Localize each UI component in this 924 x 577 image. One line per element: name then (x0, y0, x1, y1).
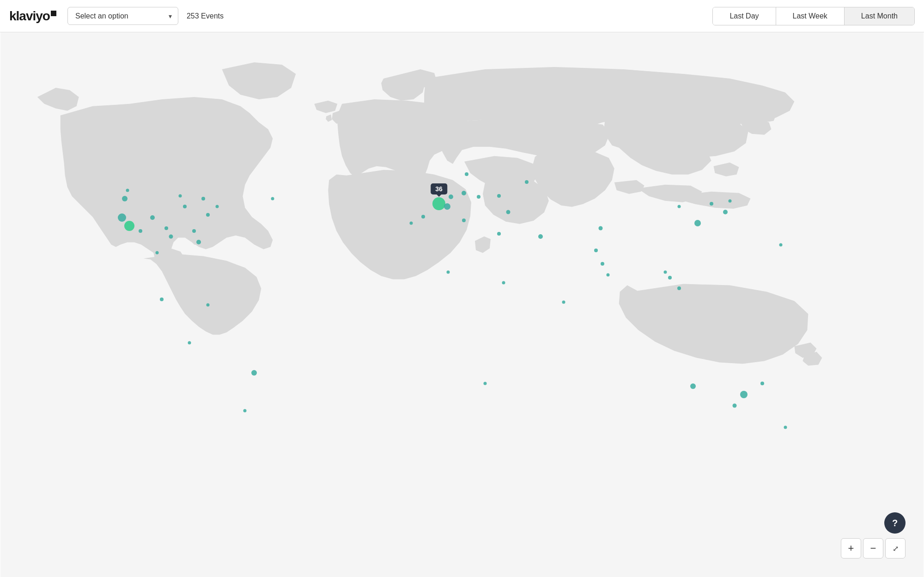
expand-button[interactable]: ⤢ (885, 538, 906, 559)
map-bubble[interactable] (710, 202, 713, 206)
map-bubble[interactable] (432, 197, 445, 210)
map-bubble[interactable] (216, 205, 219, 208)
event-select-wrapper: Select an option ▾ (67, 7, 178, 25)
map-bubble[interactable] (462, 191, 466, 195)
map-bubble[interactable] (677, 286, 681, 290)
map-bubble[interactable] (169, 235, 173, 239)
map-container[interactable]: 36 ? + − ⤢ (0, 32, 924, 577)
map-controls: ? + − ⤢ (841, 512, 906, 559)
map-bubble[interactable] (124, 221, 134, 231)
map-bubble[interactable] (462, 219, 466, 222)
time-filter-group: Last Day Last Week Last Month (712, 7, 915, 25)
last-month-button[interactable]: Last Month (845, 7, 914, 25)
map-bubble[interactable] (271, 197, 274, 200)
map-bubble[interactable] (206, 213, 210, 217)
map-bubble[interactable] (784, 425, 787, 429)
map-bubble[interactable] (740, 391, 748, 398)
map-bubble[interactable] (607, 273, 610, 276)
map-bubble[interactable] (668, 276, 672, 279)
logo: klaviyo (9, 9, 56, 24)
logo-square-icon (51, 11, 56, 16)
map-bubble[interactable] (410, 221, 413, 225)
logo-text: klaviyo (9, 9, 50, 24)
map-bubble[interactable] (126, 188, 129, 192)
map-bubble[interactable] (243, 409, 247, 413)
events-count: 253 Events (187, 12, 224, 20)
map-bubble[interactable] (179, 194, 182, 197)
map-bubble[interactable] (723, 210, 728, 214)
map-bubble[interactable] (122, 196, 128, 201)
map-bubble[interactable] (694, 220, 701, 226)
map-bubble[interactable] (562, 300, 565, 304)
map-bubble[interactable] (497, 232, 501, 236)
map-bubble[interactable] (506, 210, 511, 214)
map-bubble[interactable] (484, 382, 487, 385)
zoom-out-button[interactable]: − (863, 538, 883, 559)
map-bubble[interactable] (118, 213, 126, 222)
map-bubble[interactable] (150, 215, 155, 220)
map-bubble[interactable] (192, 229, 196, 233)
map-bubble[interactable] (664, 270, 667, 273)
map-bubble[interactable] (421, 215, 425, 219)
map-bubble[interactable] (196, 240, 201, 244)
zoom-in-button[interactable]: + (841, 538, 861, 559)
last-day-button[interactable]: Last Day (713, 7, 776, 25)
map-bubble[interactable] (477, 195, 480, 199)
map-bubble[interactable] (164, 226, 168, 230)
map-bubble[interactable] (449, 194, 453, 199)
map-bubble[interactable] (188, 341, 191, 345)
map-bubble[interactable] (502, 281, 505, 285)
map-bubble[interactable] (678, 205, 681, 208)
map-bubble[interactable] (594, 249, 598, 252)
zoom-controls: + − ⤢ (841, 538, 906, 559)
map-bubble[interactable] (538, 234, 543, 239)
header: klaviyo Select an option ▾ 253 Events La… (0, 0, 924, 32)
map-bubble[interactable] (733, 403, 737, 407)
map-bubble[interactable] (690, 383, 696, 389)
world-map-svg (0, 32, 924, 577)
map-bubble[interactable] (139, 229, 142, 233)
map-bubble[interactable] (160, 298, 164, 301)
map-bubble[interactable] (207, 303, 210, 306)
map-bubble[interactable] (525, 180, 529, 184)
last-week-button[interactable]: Last Week (776, 7, 845, 25)
help-button[interactable]: ? (884, 512, 906, 534)
map-bubble[interactable] (444, 203, 450, 210)
map-bubble[interactable] (760, 382, 764, 385)
map-bubble[interactable] (201, 197, 205, 200)
map-bubble[interactable] (447, 270, 450, 273)
map-bubble[interactable] (729, 200, 732, 203)
map-bubble[interactable] (779, 243, 783, 246)
map-bubble[interactable] (251, 370, 257, 376)
event-select[interactable]: Select an option (67, 7, 178, 25)
map-bubble[interactable] (601, 262, 604, 266)
map-bubble[interactable] (156, 251, 159, 255)
map-bubble[interactable] (183, 205, 187, 208)
map-bubble[interactable] (465, 172, 468, 176)
map-bubble[interactable] (497, 194, 501, 198)
map-bubble[interactable] (599, 226, 603, 231)
